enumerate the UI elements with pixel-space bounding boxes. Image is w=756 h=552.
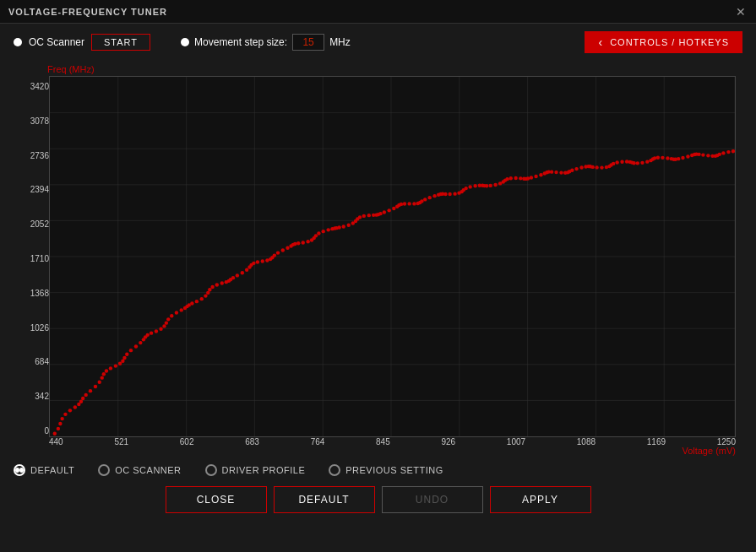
y-tick-1026: 1026 (14, 324, 49, 333)
svg-point-204 (681, 156, 684, 160)
radio-label-driver-profile: DRIVER PROFILE (222, 465, 306, 475)
svg-point-124 (407, 202, 411, 205)
titlebar: VOLTAGE-FREQUENCY TUNER ✕ (0, 0, 756, 24)
svg-point-209 (697, 153, 700, 156)
svg-point-129 (423, 198, 427, 201)
svg-point-88 (286, 246, 289, 250)
y-tick-2736: 2736 (14, 152, 49, 160)
svg-point-111 (362, 214, 366, 218)
x-tick-764: 764 (311, 437, 325, 446)
svg-point-61 (190, 301, 193, 305)
svg-point-42 (125, 353, 128, 356)
y-tick-1710: 1710 (14, 255, 49, 263)
svg-point-123 (403, 202, 406, 205)
x-tick-1007: 1007 (507, 437, 525, 446)
apply-button[interactable]: APPLY (490, 486, 591, 513)
svg-point-211 (706, 154, 710, 157)
y-tick-3078: 3078 (14, 117, 49, 126)
curve-dots (50, 149, 735, 436)
start-button[interactable]: START (91, 34, 150, 51)
svg-point-190 (632, 161, 635, 165)
svg-point-215 (718, 153, 721, 156)
svg-point-99 (322, 230, 325, 233)
radio-row: DEFAULT OC SCANNER DRIVER PROFILE PREVIO… (0, 456, 756, 481)
svg-point-187 (625, 160, 628, 163)
toolbar: OC Scanner START Movement step size: MHz… (0, 24, 756, 61)
x-axis: 440 521 602 683 764 845 926 1007 1088 11… (49, 437, 736, 456)
svg-point-119 (392, 207, 395, 210)
radio-driver-profile[interactable]: DRIVER PROFILE (205, 464, 306, 476)
step-input[interactable] (292, 34, 324, 51)
svg-point-24 (63, 413, 67, 416)
svg-point-32 (94, 385, 97, 388)
svg-point-76 (245, 268, 248, 272)
svg-point-93 (302, 241, 305, 244)
svg-point-22 (58, 422, 62, 425)
svg-point-50 (155, 329, 158, 333)
svg-point-37 (109, 366, 112, 370)
undo-button: UNDO (382, 486, 483, 513)
svg-point-153 (505, 177, 509, 181)
bottom-buttons: CLOSE DEFAULT UNDO APPLY (0, 481, 756, 518)
svg-point-20 (53, 432, 57, 436)
controls-label: CONTROLS / HOTKEYS (610, 37, 729, 47)
mhz-label: MHz (329, 36, 351, 48)
svg-point-28 (79, 400, 83, 403)
controls-hotkeys-button[interactable]: ‹ CONTROLS / HOTKEYS (585, 31, 742, 53)
svg-point-54 (166, 317, 170, 321)
svg-point-147 (485, 184, 488, 187)
svg-point-205 (686, 154, 689, 158)
svg-point-149 (493, 183, 497, 187)
svg-point-94 (306, 240, 309, 243)
x-tick-440: 440 (49, 437, 63, 446)
svg-point-116 (378, 212, 382, 215)
svg-point-154 (509, 176, 513, 180)
x-tick-521: 521 (114, 437, 128, 446)
svg-point-199 (666, 156, 669, 160)
svg-point-64 (204, 294, 207, 297)
svg-point-136 (448, 192, 451, 196)
x-tick-926: 926 (441, 437, 455, 446)
svg-point-33 (98, 381, 101, 384)
svg-point-130 (427, 196, 431, 199)
svg-point-45 (139, 341, 142, 344)
radio-default[interactable]: DEFAULT (14, 464, 74, 476)
svg-point-106 (347, 224, 351, 227)
y-tick-2052: 2052 (14, 220, 49, 229)
svg-point-85 (273, 253, 276, 257)
svg-point-110 (358, 215, 362, 219)
svg-point-180 (600, 165, 603, 169)
svg-point-217 (726, 150, 730, 154)
svg-point-122 (400, 203, 403, 206)
y-tick-342: 342 (14, 392, 49, 401)
movement-group: Movement step size: MHz (181, 34, 351, 51)
svg-point-143 (473, 184, 476, 187)
radio-oc-scanner[interactable]: OC SCANNER (98, 464, 181, 476)
svg-point-97 (314, 234, 318, 237)
svg-point-31 (89, 389, 92, 392)
svg-point-80 (256, 260, 259, 263)
x-tick-1088: 1088 (577, 437, 596, 446)
radio-previous-setting[interactable]: PREVIOUS SETTING (329, 464, 443, 476)
svg-point-148 (489, 184, 492, 187)
window-close-icon[interactable]: ✕ (734, 5, 748, 19)
close-button[interactable]: CLOSE (166, 486, 267, 513)
svg-point-166 (550, 170, 553, 173)
svg-point-62 (195, 300, 199, 303)
svg-point-179 (595, 165, 598, 169)
radio-circle-previous-setting (329, 464, 340, 476)
svg-point-192 (640, 161, 644, 165)
svg-point-184 (612, 162, 615, 165)
svg-point-69 (220, 281, 224, 284)
svg-point-39 (118, 362, 122, 365)
svg-point-112 (367, 214, 371, 217)
svg-point-30 (84, 393, 88, 397)
oc-scanner-label: OC Scanner (29, 36, 84, 48)
y-tick-2394: 2394 (14, 186, 49, 194)
svg-point-86 (276, 251, 280, 254)
y-tick-684: 684 (14, 358, 49, 366)
svg-point-210 (701, 153, 704, 156)
default-button[interactable]: DEFAULT (274, 486, 375, 513)
svg-point-87 (281, 248, 285, 252)
x-tick-845: 845 (376, 437, 390, 446)
